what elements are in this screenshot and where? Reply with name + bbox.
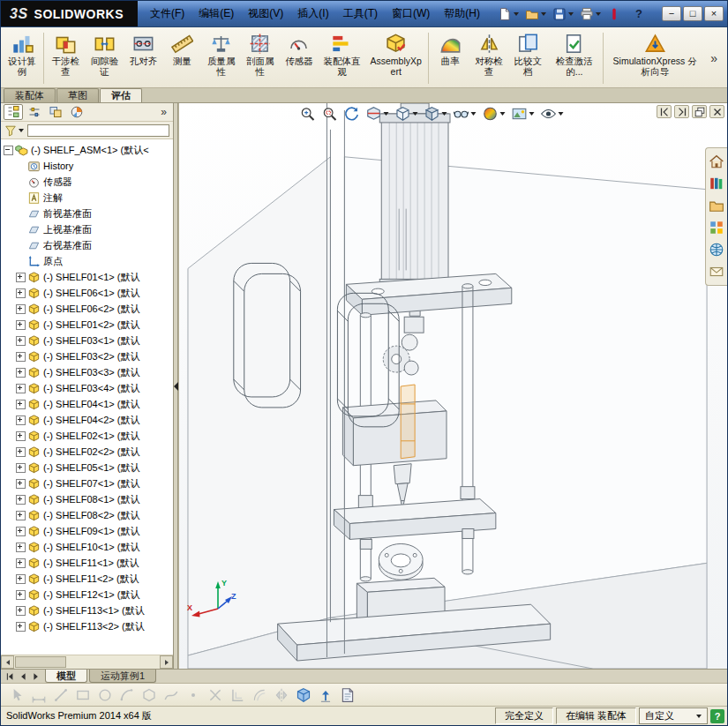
filter-input[interactable] bbox=[27, 124, 169, 137]
clearance-verification-button[interactable]: 间隙验证 bbox=[85, 29, 124, 87]
interference-detection-button[interactable]: 干涉检查 bbox=[46, 29, 85, 87]
dropdown-arrow-icon[interactable] bbox=[441, 112, 447, 116]
custom-dropdown[interactable]: 自定义 bbox=[639, 707, 708, 724]
file-explorer-icon[interactable] bbox=[708, 197, 725, 214]
tree-row[interactable]: (-) SHELF05<1> (默认 bbox=[4, 460, 173, 475]
maximize-button[interactable]: □ bbox=[683, 6, 702, 21]
graphics-area[interactable]: Y X Z bbox=[178, 103, 727, 669]
view-palette-icon[interactable] bbox=[708, 219, 725, 236]
tree-row[interactable]: (-) SHELF06<2> (默认 bbox=[4, 301, 173, 317]
open-icon[interactable] bbox=[523, 5, 548, 23]
appearances-scenes-icon[interactable] bbox=[708, 241, 725, 258]
tab-evaluate[interactable]: 评估 bbox=[100, 88, 142, 102]
arc-icon[interactable] bbox=[119, 687, 135, 703]
tree-expander[interactable] bbox=[16, 380, 26, 396]
tree-expander[interactable] bbox=[16, 475, 26, 491]
tree-row[interactable]: 前视基准面 bbox=[4, 206, 173, 221]
hole-alignment-button[interactable]: 孔对齐 bbox=[124, 29, 163, 87]
home-icon[interactable] bbox=[708, 153, 725, 170]
view-cube-icon[interactable] bbox=[296, 687, 311, 703]
sensor-button[interactable]: 传感器 bbox=[280, 29, 319, 87]
check-active-document-button[interactable]: 检查激活的... bbox=[547, 29, 601, 87]
hide-show-items-icon[interactable] bbox=[451, 105, 477, 123]
mass-properties-button[interactable]: 质量属性 bbox=[202, 29, 241, 87]
tree-row[interactable]: (-) SHELF113<1> (默认 bbox=[4, 603, 173, 618]
tree-expander[interactable] bbox=[16, 253, 26, 269]
tree-expander[interactable] bbox=[16, 221, 26, 237]
custom-properties-icon[interactable] bbox=[708, 263, 725, 281]
dropdown-arrow-icon[interactable] bbox=[596, 12, 601, 16]
tree-expander[interactable] bbox=[16, 428, 26, 444]
rectangle-icon[interactable] bbox=[75, 687, 91, 703]
tree-expander[interactable] bbox=[16, 333, 26, 348]
tree-expander[interactable] bbox=[16, 237, 26, 253]
simulationxpress-button[interactable]: SimulationXpress 分析向导 bbox=[605, 29, 704, 87]
zoom-area-icon[interactable] bbox=[319, 105, 339, 123]
tree-expander[interactable] bbox=[16, 317, 26, 333]
tree-expander[interactable] bbox=[16, 158, 26, 174]
quick-tips-button[interactable]: ? bbox=[710, 709, 724, 723]
tree-row[interactable]: 上视基准面 bbox=[4, 221, 173, 237]
tree-row[interactable]: 注解 bbox=[4, 190, 173, 206]
tree-expander[interactable] bbox=[16, 444, 26, 460]
convert-entities-icon[interactable] bbox=[229, 687, 245, 703]
menu-insert[interactable]: 插入(I) bbox=[290, 1, 335, 26]
tree-expander[interactable] bbox=[16, 396, 26, 412]
motion-study-tab[interactable]: 运动算例1 bbox=[89, 670, 156, 683]
tree-expander[interactable] bbox=[4, 142, 13, 158]
tree-expander[interactable] bbox=[16, 301, 26, 317]
tree-row[interactable]: (-) SHELF08<2> (默认 bbox=[4, 507, 173, 523]
tree-expander[interactable] bbox=[16, 364, 26, 380]
tree-expander[interactable] bbox=[16, 190, 26, 206]
view-orientation-icon[interactable] bbox=[393, 105, 419, 123]
menu-file[interactable]: 文件(F) bbox=[143, 1, 191, 26]
tree-row[interactable]: (-) SHELF07<1> (默认 bbox=[4, 475, 173, 491]
section-properties-button[interactable]: 剖面属性 bbox=[241, 29, 280, 87]
tree-row[interactable]: (-) SHELF04<1> (默认 bbox=[4, 396, 173, 412]
tab-sketch[interactable]: 草图 bbox=[56, 88, 99, 102]
apply-scene-icon[interactable] bbox=[509, 105, 536, 123]
tree-expander[interactable] bbox=[16, 206, 26, 221]
tree-row[interactable]: (-) SHELF_ASM<1> (默认< bbox=[4, 142, 173, 158]
doc-close-icon[interactable] bbox=[709, 105, 724, 118]
tree-row[interactable]: (-) SHELF11<2> (默认 bbox=[4, 571, 173, 587]
help-button[interactable]: ? bbox=[630, 7, 648, 20]
scrollbar-thumb[interactable] bbox=[15, 656, 66, 668]
select-icon[interactable] bbox=[9, 687, 25, 703]
next-tab-icon[interactable] bbox=[29, 670, 42, 683]
tree-row[interactable]: 原点 bbox=[4, 253, 173, 269]
instant3d-icon[interactable] bbox=[318, 687, 334, 703]
tree-expander[interactable] bbox=[16, 460, 26, 475]
close-button[interactable]: × bbox=[704, 6, 724, 21]
offset-entities-icon[interactable] bbox=[251, 687, 267, 703]
tree-expander[interactable] bbox=[16, 587, 26, 603]
circle-icon[interactable] bbox=[97, 687, 113, 703]
point-icon[interactable] bbox=[185, 687, 201, 703]
tree-row[interactable]: History bbox=[4, 158, 173, 174]
tree-expander[interactable] bbox=[16, 491, 26, 507]
panel-overflow-button[interactable]: » bbox=[161, 106, 170, 118]
menu-edit[interactable]: 编辑(E) bbox=[191, 1, 241, 26]
tree-row[interactable]: 传感器 bbox=[4, 174, 173, 190]
design-library-icon[interactable] bbox=[708, 175, 725, 192]
toolbar-overflow-button[interactable]: » bbox=[704, 51, 724, 65]
displaymanager-tab[interactable] bbox=[67, 104, 86, 120]
menu-tools[interactable]: 工具(T) bbox=[336, 1, 385, 26]
tree-row[interactable]: (-) SHELF03<3> (默认 bbox=[4, 364, 173, 380]
model-tab[interactable]: 模型 bbox=[45, 670, 87, 683]
minimize-button[interactable]: − bbox=[662, 6, 681, 21]
tree-row[interactable]: (-) SHELF04<2> (默认 bbox=[4, 412, 173, 428]
dropdown-arrow-icon[interactable] bbox=[499, 112, 505, 116]
tree-expander[interactable] bbox=[16, 269, 26, 285]
tree-row[interactable]: (-) SHELF03<1> (默认 bbox=[4, 333, 173, 348]
tree-row[interactable]: (-) SHELF03<2> (默认 bbox=[4, 348, 173, 364]
section-view-icon[interactable] bbox=[364, 105, 390, 123]
featuremanager-tab[interactable] bbox=[4, 104, 23, 120]
tree-expander[interactable] bbox=[16, 603, 26, 618]
tree-row[interactable]: (-) SHELF113<2> (默认 bbox=[4, 618, 173, 634]
curvature-button[interactable]: 曲率 bbox=[431, 29, 469, 87]
dropdown-arrow-icon[interactable] bbox=[558, 112, 563, 116]
assemblyxpert-button[interactable]: AssemblyXpert bbox=[365, 29, 426, 87]
scroll-right-button[interactable] bbox=[160, 655, 173, 669]
dropdown-arrow-icon[interactable] bbox=[470, 112, 476, 116]
